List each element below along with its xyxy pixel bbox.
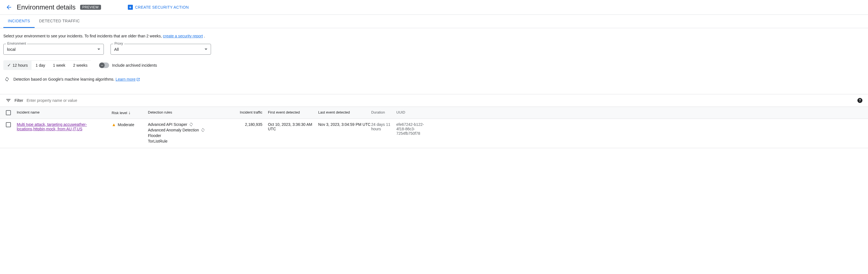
column-last-event[interactable]: Last event detected (318, 110, 371, 115)
incident-traffic-value: 2,180,935 (231, 122, 268, 127)
check-icon: ✓ (7, 62, 11, 68)
time-range-12-hours[interactable]: ✓ 12 hours (3, 60, 32, 70)
sort-descending-icon: ↓ (128, 110, 131, 115)
page-title: Environment details (17, 3, 75, 11)
tab-detected-traffic[interactable]: DETECTED TRAFFIC (35, 15, 84, 28)
plus-icon: + (128, 5, 133, 10)
external-link-icon (136, 78, 140, 82)
time-range-2-weeks[interactable]: 2 weeks (69, 61, 91, 70)
preview-badge: PREVIEW (80, 5, 101, 10)
column-risk-level[interactable]: Risk level ↓ (112, 110, 148, 115)
filter-label: Filter (14, 98, 23, 103)
time-range-1-week[interactable]: 1 week (49, 61, 69, 70)
detection-rule: TorListRule (148, 139, 167, 144)
ml-detection-icon (4, 77, 9, 82)
help-icon[interactable]: ? (858, 98, 862, 103)
create-security-action-button[interactable]: + CREATE SECURITY ACTION (128, 5, 189, 10)
time-range-1-day[interactable]: 1 day (32, 61, 49, 70)
detection-rule: Advanced Anomaly Detection (148, 128, 199, 132)
time-range-selector: ✓ 12 hours 1 day 1 week 2 weeks (3, 60, 91, 70)
learn-more-link[interactable]: Learn more (116, 77, 136, 82)
column-incident-traffic[interactable]: Incident traffic (231, 110, 268, 115)
filter-icon (6, 98, 11, 103)
back-arrow-icon[interactable] (6, 4, 12, 10)
detection-rule: Flooder (148, 133, 161, 138)
column-incident-name[interactable]: Incident name (17, 110, 112, 115)
last-event-value: Nov 3, 2023, 3:04:59 PM UTC (318, 122, 371, 127)
intro-text: Select your environment to see your inci… (3, 34, 865, 38)
detection-rule: Advanced API Scraper (148, 122, 187, 127)
column-duration[interactable]: Duration (371, 110, 396, 115)
include-archived-toggle[interactable]: − (99, 62, 109, 68)
tab-incidents[interactable]: INCIDENTS (3, 15, 35, 28)
proxy-value: All (114, 47, 119, 52)
duration-value: 24 days 11 hours (371, 122, 396, 131)
proxy-label: Proxy (113, 41, 124, 45)
incident-name-link[interactable]: Multi type attack, targeting accuweather… (17, 122, 87, 131)
select-all-checkbox[interactable] (6, 110, 11, 115)
ml-info-text: Detection based on Google's machine lear… (13, 77, 140, 82)
first-event-value: Oct 10, 2023, 3:36:30 AM UTC (268, 122, 318, 131)
environment-label: Environment (6, 41, 27, 45)
chevron-down-icon (97, 49, 100, 50)
create-action-label: CREATE SECURITY ACTION (135, 5, 189, 9)
warning-icon: ▲ (112, 122, 116, 127)
ml-rule-icon (189, 122, 193, 127)
chevron-down-icon (205, 49, 207, 50)
row-checkbox[interactable] (6, 122, 11, 127)
uuid-value: efe67242-b122-4f18-86c3-7254fb750f78 (396, 122, 430, 135)
table-row: Multi type attack, targeting accuweather… (0, 119, 868, 148)
environment-value: local (7, 47, 16, 52)
create-security-report-link[interactable]: create a security report (163, 34, 203, 38)
column-uuid[interactable]: UUID (396, 110, 430, 115)
ml-rule-icon (201, 128, 205, 132)
include-archived-label: Include archived incidents (112, 63, 157, 67)
risk-level-value: Moderate (118, 122, 134, 127)
proxy-select[interactable]: All (111, 44, 211, 55)
filter-input[interactable] (27, 98, 854, 103)
toggle-knob-icon: − (99, 62, 105, 68)
column-first-event[interactable]: First event detected (268, 110, 318, 115)
column-detection-rules[interactable]: Detection rules (148, 110, 231, 115)
